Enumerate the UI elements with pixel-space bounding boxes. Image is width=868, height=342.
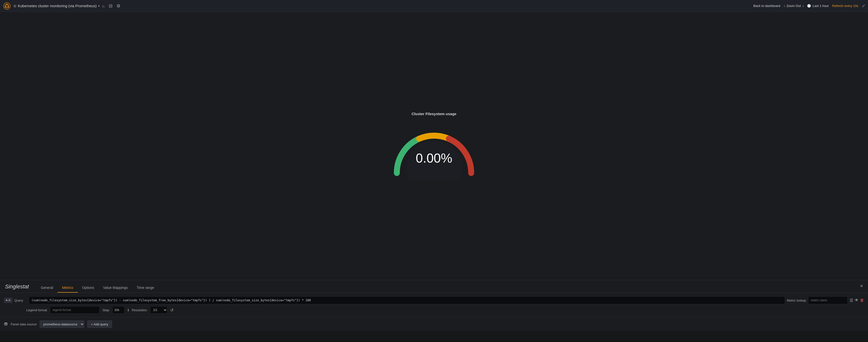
- gauge-container: 0.00%: [387, 121, 481, 180]
- legend-format-label: Legend format: [26, 308, 47, 312]
- panel-title: Cluster Filesystem usage: [412, 112, 457, 116]
- collapse-chevron-icon: ▾: [6, 298, 7, 302]
- topnav-left: ⊞ Kubernetes cluster monitoring (via Pro…: [3, 2, 120, 10]
- svg-point-3: [8, 6, 9, 8]
- query-menu-icon[interactable]: ☰: [850, 298, 853, 303]
- step-input[interactable]: [112, 306, 125, 314]
- save-icon[interactable]: ⊟: [109, 3, 113, 9]
- dashboard-chevron-icon: ▾: [98, 4, 100, 8]
- step-info-icon[interactable]: ℹ: [128, 308, 129, 312]
- query-collapse-button[interactable]: ▾ A: [4, 297, 12, 303]
- query-delete-icon[interactable]: 🗑: [860, 298, 864, 303]
- expand-icon[interactable]: ⤢: [862, 3, 865, 8]
- gauge-value: 0.00%: [416, 151, 452, 166]
- svg-point-0: [4, 2, 10, 9]
- query-tag: A: [8, 298, 10, 302]
- resolution-select[interactable]: 1/1 1/2 1/4 1/10: [150, 306, 167, 314]
- panel-type-label: Singlestat: [5, 283, 29, 292]
- tab-metrics[interactable]: Metrics: [58, 283, 78, 293]
- tab-value-mappings[interactable]: Value Mappings: [99, 283, 132, 293]
- back-to-dashboard-link[interactable]: Back to dashboard: [753, 4, 780, 8]
- zoom-out-label[interactable]: Zoom Out: [786, 4, 801, 8]
- zoom-prev-icon[interactable]: ‹: [784, 4, 785, 8]
- metric-lookup-label: Metric lookup: [787, 298, 806, 302]
- query-action-icons: ☰ 👁 🗑: [850, 298, 864, 303]
- time-range-label: Last 1 hour: [812, 4, 829, 8]
- topnav-icons: ⎁ ⊟ ⚙: [102, 3, 120, 9]
- add-query-button[interactable]: + Add query: [87, 320, 112, 328]
- step-label: Step: [103, 308, 109, 312]
- legend-format-input[interactable]: [50, 306, 100, 314]
- resolution-refresh-button[interactable]: ↺: [170, 308, 174, 312]
- settings-icon[interactable]: ⚙: [117, 3, 120, 9]
- topnav-right: Back to dashboard ‹ Zoom Out › 🕐 Last 1 …: [753, 3, 865, 8]
- query-row-1: ▾ A Query Metric lookup ☰ 👁 🗑: [4, 296, 864, 304]
- metric-name-input[interactable]: [808, 296, 848, 304]
- tab-time-range[interactable]: Time range: [132, 283, 158, 293]
- refresh-label[interactable]: Refresh every 10s: [832, 4, 859, 8]
- grafana-logo[interactable]: [3, 2, 11, 10]
- share-icon[interactable]: ⎁: [102, 3, 105, 8]
- tab-options[interactable]: Options: [78, 283, 99, 293]
- bottom-bar: ⛃ Panel data source prometheus-datasourc…: [0, 317, 868, 331]
- edit-panel: Singlestat General Metrics Options Value…: [0, 280, 868, 331]
- dashboard-title[interactable]: ⊞ Kubernetes cluster monitoring (via Pro…: [13, 4, 100, 8]
- edit-tabs: General Metrics Options Value Mappings T…: [36, 283, 159, 293]
- query-section: ▾ A Query Metric lookup ☰ 👁 🗑 Legend for…: [0, 293, 868, 317]
- topnav: ⊞ Kubernetes cluster monitoring (via Pro…: [0, 0, 868, 12]
- clock-icon: 🕐: [807, 4, 811, 8]
- svg-point-2: [6, 4, 8, 5]
- resolution-label: Resolution: [132, 308, 147, 312]
- time-range[interactable]: 🕐 Last 1 hour: [807, 4, 829, 8]
- query-input[interactable]: [29, 296, 785, 304]
- query-row-2: Legend format Step ℹ Resolution 1/1 1/2 …: [26, 306, 864, 314]
- panel-area: Cluster Filesystem usage 0.00%: [0, 12, 868, 280]
- svg-point-4: [5, 6, 6, 8]
- datasource-select[interactable]: prometheus-datasource: [40, 320, 84, 328]
- edit-panel-header: Singlestat General Metrics Options Value…: [0, 280, 868, 293]
- close-edit-button[interactable]: ×: [860, 283, 863, 289]
- dashboard-grid-icon: ⊞: [13, 4, 17, 8]
- query-label: Query: [14, 298, 27, 302]
- zoom-controls: ‹ Zoom Out ›: [784, 4, 804, 8]
- panel-datasource-label: Panel data source: [11, 322, 37, 326]
- tab-general[interactable]: General: [36, 283, 58, 293]
- datasource-cylinder-icon: ⛃: [4, 321, 8, 327]
- dashboard-title-text: Kubernetes cluster monitoring (via Prome…: [18, 4, 97, 8]
- zoom-next-icon[interactable]: ›: [802, 4, 804, 8]
- query-eye-icon[interactable]: 👁: [855, 298, 859, 303]
